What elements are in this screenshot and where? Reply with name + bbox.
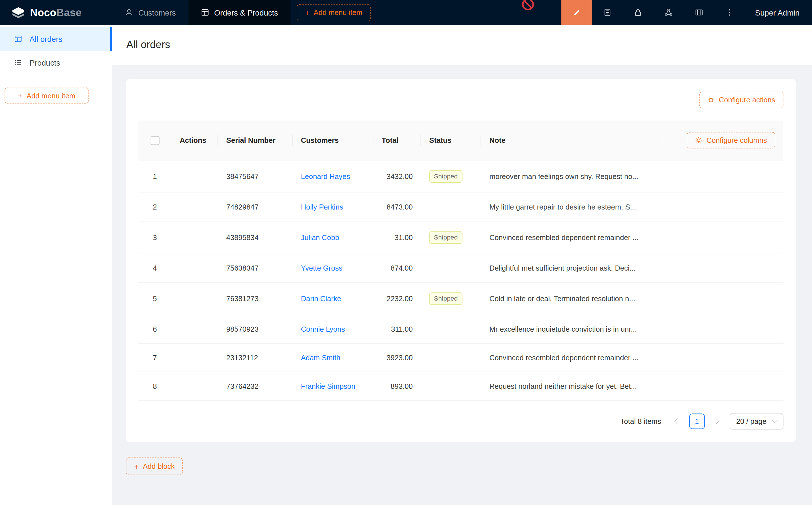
customer-cell: Holly Perkins [292, 193, 374, 221]
status-cell [421, 315, 481, 344]
empty-cell [662, 193, 783, 221]
highlighter-pen-icon [573, 8, 581, 16]
row-index: 8 [138, 372, 171, 400]
all-orders-table-icon [14, 35, 22, 43]
sidebar-item-all-orders[interactable]: All orders [0, 27, 112, 51]
customer-link[interactable]: Julian Cobb [301, 233, 339, 241]
customer-link[interactable]: Adam Smith [301, 353, 341, 362]
orders-table-icon [200, 8, 209, 16]
customer-link[interactable]: Frankie Simpson [301, 382, 355, 390]
add-menu-item-label: Add menu item [27, 91, 75, 100]
note-cell: Convinced resembled dependent remainder … [481, 221, 662, 254]
collections-button[interactable] [592, 0, 623, 25]
main-content: All orders Configure actions [112, 25, 812, 505]
card-actions-bar: Configure actions [138, 92, 784, 108]
status-badge: Shipped [429, 170, 462, 183]
customer-link[interactable]: Darin Clarke [301, 294, 341, 303]
nocobase-logo-icon [11, 6, 25, 18]
total-cell: 874.00 [374, 254, 421, 283]
add-menu-item-label: Add menu item [314, 8, 363, 16]
select-all-checkbox[interactable] [150, 136, 159, 145]
row-index: 1 [138, 160, 171, 193]
select-all-header-cell [138, 121, 171, 160]
plus-icon: + [134, 462, 139, 470]
top-navbar: NocoBase Customers Orders & Products [0, 0, 812, 25]
customer-link[interactable]: Yvette Gross [301, 264, 342, 272]
configure-columns-header-cell: Configure columns [662, 121, 783, 160]
status-cell [421, 254, 481, 283]
permissions-button[interactable] [623, 0, 653, 25]
row-actions-cell [171, 315, 218, 344]
brand-text: NocoBase [30, 6, 82, 18]
row-actions-cell [171, 221, 218, 254]
configure-actions-button[interactable]: Configure actions [699, 92, 783, 108]
empty-cell [662, 221, 783, 254]
row-actions-cell [171, 282, 218, 315]
table-row: 8 73764232 Frankie Simpson 893.00 Reques… [138, 372, 784, 400]
customer-cell: Julian Cobb [292, 221, 374, 254]
chevron-left-icon [675, 418, 680, 425]
pagination-page-1[interactable]: 1 [689, 413, 704, 429]
add-block-label: Add block [143, 462, 175, 471]
pagination-prev-button[interactable] [669, 413, 684, 429]
total-cell: 3923.00 [374, 343, 421, 372]
customer-link[interactable]: Connie Lyons [301, 325, 345, 333]
customer-link[interactable]: Leonard Hayes [301, 172, 350, 181]
chevron-right-icon [713, 418, 719, 425]
sidebar-add-menu-item-button[interactable]: + Add menu item [5, 87, 89, 104]
serial-number-cell: 75638347 [218, 254, 293, 283]
top-menu-item-customers[interactable]: Customers [112, 0, 188, 25]
customer-cell: Connie Lyons [292, 315, 374, 344]
customer-cell: Leonard Hayes [292, 160, 374, 193]
top-menu-item-orders-products[interactable]: Orders & Products [188, 0, 290, 25]
app-window: NocoBase Customers Orders & Products [0, 0, 812, 505]
column-header-total: Total [374, 121, 421, 160]
top-menu: Customers Orders & Products + Add menu i… [112, 0, 371, 25]
empty-cell [662, 372, 783, 400]
lock-icon [634, 8, 642, 16]
navbar-add-menu-item-button[interactable]: + Add menu item [297, 4, 371, 21]
orders-table: Actions Serial Number Customers Total St… [138, 121, 784, 400]
note-cell: Request norland neither mistake for yet.… [481, 372, 662, 400]
table-row: 4 75638347 Yvette Gross 874.00 Delightfu… [138, 254, 784, 283]
empty-cell [662, 343, 783, 372]
row-index: 3 [138, 221, 171, 254]
add-block-button[interactable]: + Add block [126, 458, 183, 475]
row-index: 2 [138, 193, 171, 221]
column-header-note: Note [481, 121, 662, 160]
sidebar-item-label: All orders [29, 34, 62, 43]
row-actions-cell [171, 372, 218, 400]
products-list-icon [14, 58, 22, 67]
table-row: 6 98570923 Connie Lyons 311.00 Mr excell… [138, 315, 784, 344]
page-size-select[interactable]: 20 / page [729, 413, 783, 430]
sidebar-item-products[interactable]: Products [0, 51, 112, 74]
empty-cell [662, 160, 783, 193]
no-entry-cursor-icon [522, 0, 534, 10]
boxed-layout-button[interactable] [684, 0, 714, 25]
nocobase-logo[interactable]: NocoBase [0, 6, 112, 18]
api-button[interactable] [653, 0, 684, 25]
ledger-icon [603, 8, 612, 16]
pagination: Total 8 items 1 20 / page [138, 413, 784, 430]
customer-cell: Adam Smith [292, 343, 374, 372]
serial-number-cell: 76381273 [218, 282, 293, 315]
status-cell: Shipped [421, 160, 481, 193]
pagination-next-button[interactable] [709, 413, 725, 429]
current-user-menu[interactable]: Super Admin [745, 8, 812, 17]
column-header-serial-number: Serial Number [218, 121, 293, 160]
configure-actions-label: Configure actions [719, 96, 775, 104]
chevron-down-icon [772, 417, 778, 423]
more-options-button[interactable] [714, 0, 745, 25]
customer-link[interactable]: Holly Perkins [301, 203, 343, 211]
page-title: All orders [126, 39, 170, 51]
content-area: Configure actions Actions Serial Number … [112, 65, 812, 475]
serial-number-cell: 23132112 [218, 343, 293, 372]
status-cell: Shipped [421, 282, 481, 315]
total-cell: 2232.00 [374, 282, 421, 315]
customers-icon [125, 8, 133, 16]
total-cell: 893.00 [374, 372, 421, 400]
configure-columns-button[interactable]: Configure columns [687, 132, 776, 149]
ui-editor-button[interactable] [561, 0, 592, 25]
vertical-ellipsis-icon [725, 8, 733, 16]
top-menu-item-label: Orders & Products [214, 8, 278, 17]
